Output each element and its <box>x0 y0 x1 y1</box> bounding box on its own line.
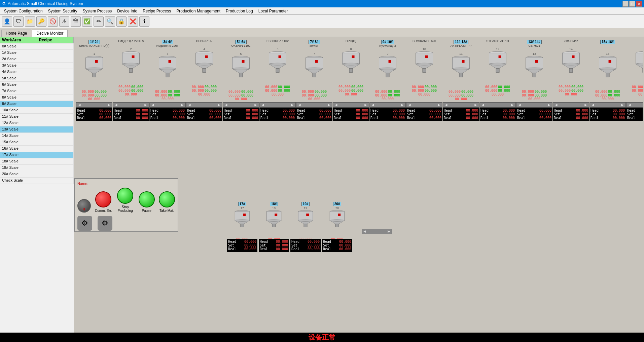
svg-point-71 <box>489 63 506 65</box>
scale-row-11[interactable]: 11# Scale <box>0 114 74 120</box>
scale-row-17[interactable]: 17# Scale <box>0 152 74 158</box>
scale-row-14[interactable]: 14# Scale <box>0 133 74 139</box>
real-small-label-18: Real <box>260 247 268 251</box>
scale-row-8[interactable]: 8# Scale <box>0 94 74 101</box>
scale-row-16[interactable]: 16# Scale <box>0 146 74 152</box>
main-knob[interactable] <box>77 199 91 213</box>
take-mat-button[interactable] <box>159 191 175 207</box>
pause-button[interactable] <box>139 191 155 207</box>
tab-home[interactable]: Home Page <box>1 30 31 37</box>
silo-column-12: STEARIC AC 1D1200.00000.00000.00000.0000… <box>479 39 516 102</box>
menu-item-production-log[interactable]: Production Log <box>223 8 256 14</box>
menu-item-system-configuration[interactable]: System Configuration <box>1 8 45 14</box>
svg-rect-46 <box>352 55 355 58</box>
head-value-10: 00.000 <box>429 109 441 112</box>
menu-item-system-process[interactable]: System Process <box>80 8 114 14</box>
check-icon[interactable]: ✅ <box>82 16 92 27</box>
search-icon[interactable]: 🔍 <box>105 16 115 27</box>
folder-icon[interactable]: 📁 <box>25 16 35 27</box>
scale-row-0[interactable]: 0# Scale <box>0 43 74 50</box>
scale-row-5[interactable]: 5# Scale <box>0 75 74 82</box>
building-icon[interactable]: 🏛 <box>71 16 81 27</box>
user-icon[interactable]: 👤 <box>2 16 12 27</box>
progress-bar-6: ◄► <box>259 102 296 108</box>
silo-name-8: DPG(D) <box>346 40 356 47</box>
scale-row-18[interactable]: 18# Scale <box>0 158 74 165</box>
head-value-2: 00.000 <box>136 109 148 112</box>
close-icon[interactable]: ❌ <box>128 16 138 27</box>
no-icon[interactable]: 🚫 <box>48 16 58 27</box>
svg-rect-112 <box>306 214 309 216</box>
menu-item-recipe-process[interactable]: Recipe Process <box>140 8 174 14</box>
tab-device-monitor[interactable]: Decive Monitor <box>32 30 68 37</box>
scale-row-7[interactable]: 7# Scale <box>0 88 74 94</box>
svg-rect-1 <box>86 58 103 69</box>
scale-row-4[interactable]: 4# Scale <box>0 69 74 75</box>
svg-rect-64 <box>462 60 465 63</box>
scale-row-20[interactable]: 20# Scale <box>0 171 74 178</box>
scale-work-area-8: 8# Scale <box>0 94 37 101</box>
stop-button[interactable] <box>117 188 133 204</box>
edit-icon[interactable]: ✏ <box>94 16 104 27</box>
menu-item-local-parameter[interactable]: Local Parameter <box>256 8 291 14</box>
scale-row-19[interactable]: 19# Scale <box>0 165 74 171</box>
warning-icon[interactable]: ⚠ <box>59 16 69 27</box>
head-value-5: 00.000 <box>246 109 258 112</box>
svg-point-113 <box>298 220 313 221</box>
scale-work-area-15: 15# Scale <box>0 139 37 145</box>
silo-sub-11: 11 <box>459 52 463 55</box>
silo-column-16: 1600.00000.00000.00000.00000.000 <box>626 39 643 102</box>
head-small-label-17: Head <box>228 240 236 243</box>
maximize-button[interactable]: □ <box>629 1 635 7</box>
svg-point-47 <box>343 63 360 65</box>
progress-bar-1: ◄► <box>76 102 112 108</box>
real-value-12: 00.000 <box>503 116 515 120</box>
info-icon[interactable]: ℹ <box>139 16 149 27</box>
scale-row-6[interactable]: 6# Scale <box>0 82 74 88</box>
minimize-button[interactable]: ─ <box>622 1 629 7</box>
lock-icon[interactable]: 🔒 <box>116 16 127 27</box>
menu-item-production-management[interactable]: Production Management <box>174 8 223 14</box>
scale-recipe-7 <box>37 88 74 94</box>
silo-val2-13: 00.000 <box>522 93 534 97</box>
comm-err-control: Comm. Err. <box>95 191 112 213</box>
svg-rect-27 <box>239 73 243 77</box>
scale-row-9[interactable]: 9# Scale <box>0 101 74 107</box>
close-button[interactable]: ✕ <box>636 1 642 7</box>
svg-rect-43 <box>343 53 360 64</box>
silo-val-green2-10: 00.000 <box>425 89 437 92</box>
small-silo-column-18: 18#1800.00000.000 <box>259 202 289 245</box>
take-mat-control: Take Mat. <box>159 191 175 213</box>
scale-row-2[interactable]: 2# Scale <box>0 56 74 63</box>
comm-err-button[interactable] <box>95 191 111 207</box>
scale-row-3[interactable]: 3# Scale <box>0 63 74 69</box>
silo-tank-8 <box>339 51 362 85</box>
silo-val1-12: 00.000 <box>485 85 497 89</box>
head-label-4: Head <box>187 109 195 112</box>
head-value-9: 00.000 <box>393 109 405 112</box>
key-icon[interactable]: 🔑 <box>36 16 46 27</box>
scale-row-1[interactable]: 1# Scale <box>0 50 74 56</box>
scale-work-area-0: 0# Scale <box>0 43 37 49</box>
silo-val-green1-11: 00.000 <box>461 90 473 93</box>
silo-val3-1: 00.000 <box>88 97 100 101</box>
scale-work-area-14: 14# Scale <box>0 133 37 139</box>
scale-recipe-18 <box>37 158 74 164</box>
shield-icon[interactable]: 🛡 <box>13 16 24 27</box>
scale-row-10[interactable]: 10# Scale <box>0 107 74 114</box>
scale-work-area-12: 12# Scale <box>0 120 37 126</box>
set-small-value-18: 00.000 <box>276 243 288 247</box>
set-value-15: 00.000 <box>613 112 625 116</box>
set-label-6: Set <box>260 112 266 116</box>
small-silo-num-18: 18# <box>270 202 278 206</box>
scale-row-12[interactable]: 12# Scale <box>0 120 74 126</box>
svg-rect-99 <box>241 224 244 227</box>
real-small-label-20: Real <box>323 247 331 251</box>
menu-item-system-security[interactable]: System Security <box>45 8 80 14</box>
scale-row-15[interactable]: 15# Scale <box>0 139 74 146</box>
progress-bar-7: ◄► <box>296 102 332 108</box>
svg-point-35 <box>269 63 286 65</box>
menu-item-device-info[interactable]: Device Info <box>114 8 140 14</box>
scale-row-13[interactable]: 13# Scale <box>0 126 74 133</box>
scale-row-21[interactable]: Check Scale <box>0 178 74 184</box>
